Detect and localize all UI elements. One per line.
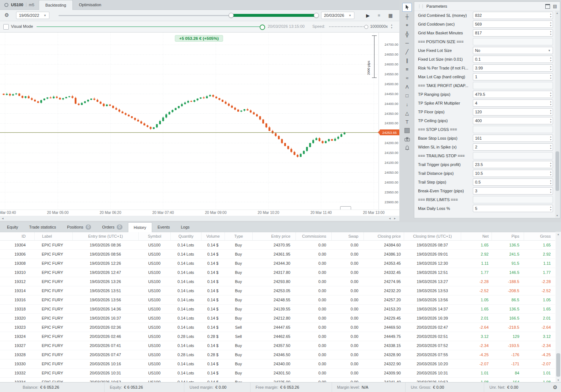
playback-handle[interactable] <box>260 24 265 30</box>
value-stepper-icon[interactable]: ▲▼ <box>550 179 552 185</box>
visual-mode-checkbox[interactable] <box>3 24 9 30</box>
value-stepper-icon[interactable]: ▲▼ <box>550 56 552 62</box>
tab-backtesting[interactable]: Backtesting <box>39 0 73 10</box>
tab-equity[interactable]: Equity <box>1 222 24 232</box>
price-axis[interactable]: 23900.0023950.0024000.0024050.0024100.00… <box>379 33 399 210</box>
parameter-input[interactable]: 0.5▲▼ <box>473 178 553 186</box>
value-stepper-icon[interactable]: ▲▼ <box>550 12 552 18</box>
value-stepper-icon[interactable]: ▲▼ <box>550 162 552 167</box>
parameter-input[interactable]: 817▲▼ <box>473 29 553 37</box>
table-row[interactable]: 19318EPIC FURY19/03/2026 14:36US1000.14 … <box>0 305 555 314</box>
value-stepper-icon[interactable]: ▲▼ <box>550 135 552 141</box>
camera-tool-icon[interactable] <box>403 135 411 143</box>
table-row[interactable]: 19306EPIC FURY19/03/2026 08:56US1000.14 … <box>0 250 555 259</box>
tab-events[interactable]: Events <box>152 222 176 232</box>
scroll-left-icon[interactable]: ◂ <box>2 216 4 220</box>
value-stepper-icon[interactable]: ▲▼ <box>550 74 552 80</box>
table-row[interactable]: 19330EPIC FURY20/03/2026 10:16US1000.14 … <box>0 359 555 369</box>
zigzag-tool-icon[interactable]: Λ <box>403 83 411 91</box>
rectangle-tool-icon[interactable]: □ <box>403 91 411 99</box>
triangle-tool-icon[interactable]: △ <box>403 109 411 117</box>
stop-button[interactable]: ■ <box>374 12 383 19</box>
parameter-input[interactable]: 23.5▲▼ <box>473 161 553 168</box>
time-axis[interactable]: 20 Mar 03:4020 Mar 05:0020 Mar 06:2020 M… <box>0 210 399 216</box>
value-stepper-icon[interactable]: ▲▼ <box>550 109 552 115</box>
timeline-handle-end[interactable] <box>314 13 319 18</box>
value-stepper-icon[interactable]: ▲▼ <box>550 170 552 176</box>
parameter-input[interactable]: 0.1▲▼ <box>473 56 553 63</box>
pips-ruler[interactable]: 2000 pips <box>372 35 377 78</box>
parameters-scrollbar[interactable]: ▲ ▼ <box>555 11 560 218</box>
backtest-settings-gear-icon[interactable]: ⚙ <box>4 12 9 18</box>
parameter-input[interactable]: 2▲▼ <box>473 143 553 151</box>
table-row[interactable]: 19328EPIC FURY20/03/2026 07:47US1000.28 … <box>0 350 555 359</box>
scroll-up-icon[interactable]: ▲ <box>556 12 558 14</box>
parameter-input[interactable]: 1▲▼ <box>473 73 553 80</box>
report-button[interactable]: ▦ <box>386 12 395 19</box>
scroll-back-icon[interactable]: ◂ <box>389 216 391 220</box>
value-stepper-icon[interactable]: ▲▼ <box>550 65 552 71</box>
parameter-input[interactable]: 120▲▼ <box>473 108 553 116</box>
value-stepper-icon[interactable]: ▲▼ <box>550 188 552 194</box>
table-row[interactable]: 19316EPIC FURY19/03/2026 13:56US1000.14 … <box>0 295 555 305</box>
table-row[interactable]: 19314EPIC FURY19/03/2026 13:51US1000.14 … <box>0 286 555 295</box>
scroll-up-icon[interactable]: ▲ <box>557 233 560 235</box>
table-row[interactable]: 19324EPIC FURY20/03/2026 02:46US1000.28 … <box>0 332 555 341</box>
target-tool-icon[interactable]: ⌖ <box>403 21 411 29</box>
scroll-down-icon[interactable]: ▼ <box>556 214 558 217</box>
chart-area[interactable]: 23900.0023950.0024000.0024050.0024100.00… <box>0 33 399 210</box>
parameter-input[interactable]: 161▲▼ <box>473 135 553 142</box>
candles-svg[interactable] <box>0 33 379 210</box>
tab-positions[interactable]: Positions0 <box>61 222 97 232</box>
trend-line-tool-icon[interactable]: ╱ <box>403 48 411 56</box>
tab-logs[interactable]: Logs <box>175 222 195 232</box>
chart-hscrollbar[interactable]: ◂ ◂ ▸ <box>0 216 399 221</box>
start-date-picker[interactable]: 19/05/2022 ▼ <box>16 12 49 19</box>
save-icon[interactable]: ▤ <box>553 4 557 9</box>
table-row[interactable]: 19327EPIC FURY20/03/2026 07:41US1000.14 … <box>0 341 555 350</box>
scroll-down-icon[interactable]: ▼ <box>557 379 560 381</box>
popout-icon[interactable] <box>545 4 550 9</box>
tab-orders[interactable]: Orders0 <box>97 222 128 232</box>
parameter-input[interactable]: 5▲▼ <box>473 205 553 212</box>
parameter-input[interactable]: 4▲▼ <box>473 99 553 107</box>
chevron-down-icon[interactable]: ▼ <box>548 49 551 52</box>
value-stepper-icon[interactable]: ▲▼ <box>550 30 552 36</box>
fibonacci-tool-icon[interactable]: ≡ <box>403 65 411 73</box>
tab-history[interactable]: History <box>128 222 152 232</box>
parameter-input[interactable]: 3.99▲▼ <box>473 64 553 72</box>
value-stepper-icon[interactable]: ▲▼ <box>550 21 552 27</box>
value-stepper-icon[interactable]: ▲▼ <box>550 118 552 124</box>
value-stepper-icon[interactable]: ▲▼ <box>550 206 552 211</box>
table-scrollbar[interactable]: ▲ ▼ <box>556 232 561 382</box>
scroll-forward-icon[interactable]: ▸ <box>394 216 396 220</box>
tab-optimisation[interactable]: Optimisation <box>73 0 108 10</box>
speed-slider[interactable] <box>329 26 365 27</box>
parameter-input[interactable]: No▼ <box>473 47 553 54</box>
end-date-picker[interactable]: 20/03/2026 ▼ <box>321 12 354 19</box>
table-row[interactable]: 19304EPIC FURY19/03/2026 08:36US1000.14 … <box>0 241 555 250</box>
pointer-tool-icon[interactable] <box>402 3 412 12</box>
timeline-handle-current[interactable] <box>229 13 234 18</box>
parameter-input[interactable]: 479.5▲▼ <box>473 91 553 98</box>
wave-tool-icon[interactable]: ≈ <box>403 74 411 82</box>
alert-bell-tool-icon[interactable] <box>403 144 411 152</box>
parameter-input[interactable]: 10.5▲▼ <box>473 170 553 177</box>
parameter-input[interactable]: 400▲▼ <box>473 117 553 124</box>
color-swatch-tool-icon[interactable] <box>403 127 411 135</box>
speed-stepper[interactable]: ▲▼ <box>391 23 393 29</box>
table-row[interactable]: 19323EPIC FURY20/03/2026 02:36US1000.14 … <box>0 323 555 332</box>
text-tool-icon[interactable]: T <box>403 118 411 126</box>
table-row[interactable]: 19312EPIC FURY19/03/2026 13:26US1000.14 … <box>0 277 555 286</box>
tab-instrument[interactable]: US100 m5 <box>0 0 39 10</box>
table-row[interactable]: 19310EPIC FURY19/03/2026 12:47US1000.14 … <box>0 268 555 277</box>
value-stepper-icon[interactable]: ▲▼ <box>550 144 552 150</box>
scrollbar-thumb[interactable] <box>556 353 560 377</box>
table-row[interactable]: 19308EPIC FURY19/03/2026 12:26US1000.14 … <box>0 259 555 268</box>
parameter-input[interactable]: 569▲▼ <box>473 20 553 28</box>
arrow-tool-icon[interactable]: ↓ <box>403 100 411 108</box>
value-stepper-icon[interactable]: ▲▼ <box>550 91 552 97</box>
grid-tool-icon[interactable]: ╬ <box>403 30 411 38</box>
crosshair-tool-icon[interactable]: ┼ <box>403 12 411 20</box>
drag-handle-icon[interactable]: ⋮⋮ <box>417 4 424 9</box>
